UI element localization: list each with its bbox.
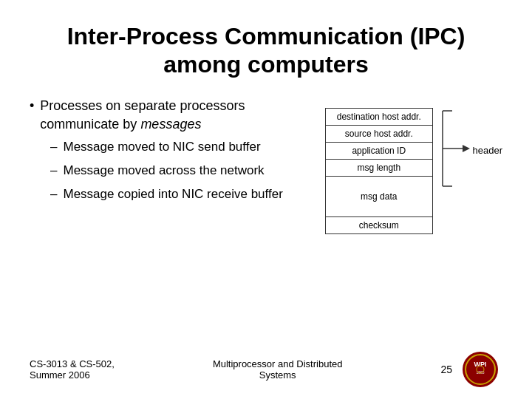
header-label: header [473,145,502,156]
footer: CS-3013 & CS-502, Summer 2006 Multiproce… [0,352,532,387]
field-checksum: checksum [326,217,432,233]
wpi-logo-svg: WPI 1865 [458,352,502,387]
footer-center: Multiprocessor and Distributed Systems [213,358,343,381]
text-section: • Processes on separate processors commu… [30,97,310,209]
svg-marker-4 [463,145,470,152]
field-msg-data: msg data [326,177,432,217]
header-arrow [439,108,476,189]
footer-left: CS-3013 & CS-502, Summer 2006 [30,358,115,381]
field-dest-host: destination host addr. [326,109,432,126]
svg-point-5 [463,352,498,387]
sub-bullet-1: – Message moved to NIC send buffer [50,138,310,156]
title-line1: Inter-Process Communication (IPC) [30,22,502,50]
packet-wrapper: destination host addr. source host addr.… [325,108,433,234]
packet-fields: destination host addr. source host addr.… [325,108,433,234]
bullet-dot: • [30,97,34,115]
wpi-logo: WPI 1865 [458,352,502,387]
diagram-container: destination host addr. source host addr.… [325,108,502,234]
slide: Inter-Process Communication (IPC) among … [0,0,532,399]
field-app-id: application ID [326,143,432,160]
field-src-host: source host addr. [326,126,432,143]
page-number: 25 [440,364,452,375]
sub-bullets: – Message moved to NIC send buffer – Mes… [50,138,310,202]
sub-bullet-2: – Message moved across the network [50,162,310,180]
field-msg-length: msg length [326,160,432,177]
content-area: • Processes on separate processors commu… [30,97,502,234]
svg-text:WPI: WPI [474,361,487,368]
diagram-section: destination host addr. source host addr.… [325,104,502,234]
title-line2: among computers [30,50,502,78]
main-bullet-text: Processes on separate processors communi… [40,97,310,134]
slide-title: Inter-Process Communication (IPC) among … [30,22,502,79]
svg-text:1865: 1865 [476,370,484,375]
main-bullet: • Processes on separate processors commu… [30,97,310,134]
sub-bullet-3: – Message copied into NIC receive buffer [50,185,310,203]
footer-right: 25 WPI 1865 [440,352,502,387]
